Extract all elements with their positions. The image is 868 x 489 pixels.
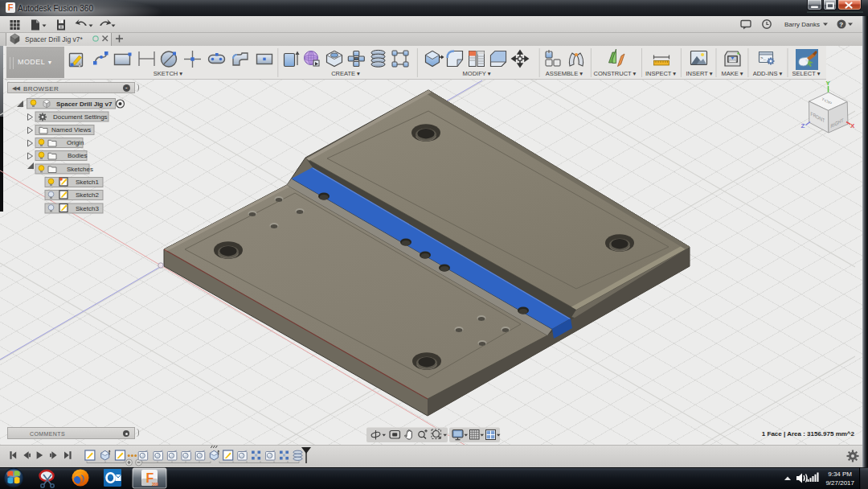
svg-text:Document Settings: Document Settings <box>53 113 108 121</box>
svg-text:X: X <box>850 122 855 129</box>
svg-text:CREATE ▾: CREATE ▾ <box>331 70 360 77</box>
svg-text:?: ? <box>839 21 843 28</box>
svg-text:CONSTRUCT ▾: CONSTRUCT ▾ <box>594 70 637 77</box>
svg-text:Named Views: Named Views <box>51 126 91 134</box>
svg-text:Origin: Origin <box>67 139 84 146</box>
svg-text:MODIFY ▾: MODIFY ▾ <box>463 70 491 77</box>
svg-text:ADD-INS ▾: ADD-INS ▾ <box>753 70 783 77</box>
svg-text:ASSEMBLE ▾: ASSEMBLE ▾ <box>546 70 583 77</box>
svg-text:Sketches: Sketches <box>67 166 93 173</box>
svg-text:Barry Danks: Barry Danks <box>784 21 820 28</box>
svg-text:9/27/2017: 9/27/2017 <box>825 479 854 487</box>
svg-text:Z: Z <box>801 122 805 129</box>
svg-text:Bodies: Bodies <box>68 152 87 159</box>
svg-text:Sketch3: Sketch3 <box>76 205 99 212</box>
svg-text:Spacer Drill Jig v7*: Spacer Drill Jig v7* <box>25 35 83 43</box>
svg-text:SKETCH ▾: SKETCH ▾ <box>154 70 183 77</box>
svg-text:INSPECT ▾: INSPECT ▾ <box>645 70 676 77</box>
svg-text:>_: >_ <box>760 55 767 61</box>
svg-text:SELECT ▾: SELECT ▾ <box>792 70 821 77</box>
svg-text:Sketch1: Sketch1 <box>76 179 99 186</box>
svg-text:Spacer Drill Jig v7: Spacer Drill Jig v7 <box>56 101 113 108</box>
svg-text:360: 360 <box>152 483 158 487</box>
svg-text:9:34 PM: 9:34 PM <box>828 471 852 478</box>
svg-text:Sketch2: Sketch2 <box>76 191 99 199</box>
svg-text:MAKE ▾: MAKE ▾ <box>721 70 743 77</box>
svg-text:INSERT ▾: INSERT ▾ <box>686 70 712 77</box>
